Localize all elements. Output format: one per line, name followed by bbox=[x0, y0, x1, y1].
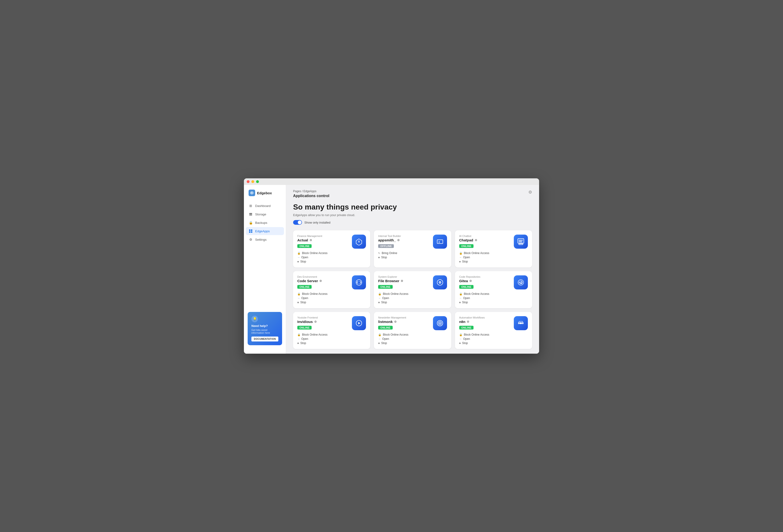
action-label: Block Online Access bbox=[302, 292, 327, 295]
gear-icon[interactable]: ⚙ bbox=[319, 279, 322, 283]
app-action-stop[interactable]: ■ Stop bbox=[378, 301, 447, 304]
gear-icon[interactable]: ⚙ bbox=[475, 239, 477, 242]
sidebar-item-backups[interactable]: 🔒 Backups bbox=[246, 219, 284, 227]
main-window: Edgebox ⊞ Dashboard Storage 🔒 Backups bbox=[244, 178, 539, 354]
page-settings-icon[interactable]: ⚙ bbox=[528, 190, 532, 195]
gear-icon[interactable]: ⚙ bbox=[397, 239, 400, 242]
app-card-info: Automation Workflows n8n ⚙ ONLINE bbox=[459, 316, 511, 330]
action-icon: 🔒 bbox=[297, 333, 301, 336]
action-label: Block Online Access bbox=[302, 333, 327, 336]
gear-icon[interactable]: ⚙ bbox=[394, 320, 397, 323]
app-action-block-online-access[interactable]: 🔒 Block Online Access bbox=[378, 333, 447, 336]
app-action-block-online-access[interactable]: 🔒 Block Online Access bbox=[297, 292, 366, 295]
sidebar-item-edgeapps[interactable]: EdgeApps bbox=[246, 227, 284, 235]
app-card-n8n: Automation Workflows n8n ⚙ ONLINE 🔒 Bloc… bbox=[455, 312, 532, 349]
app-card-header: AI Chatbot Chatpad ⚙ ONLINE bbox=[459, 234, 528, 249]
app-name: listmonk ⚙ bbox=[378, 320, 430, 324]
help-icon: 💡 bbox=[251, 316, 258, 322]
app-action-stop[interactable]: ■ Stop bbox=[459, 301, 528, 304]
app-card-code-server: Dev Environment Code Server ⚙ ONLINE 🔒 B… bbox=[293, 271, 370, 308]
app-action-stop[interactable]: ■ Stop bbox=[297, 301, 366, 304]
app-action-stop[interactable]: ■ Stop bbox=[378, 341, 447, 345]
app-action-stop[interactable]: ■ Stop bbox=[459, 341, 528, 345]
app-action-stop[interactable]: ■ Stop bbox=[378, 256, 447, 259]
svg-rect-14 bbox=[519, 240, 523, 241]
sidebar-item-dashboard[interactable]: ⊞ Dashboard bbox=[246, 202, 284, 210]
app-actions: 🔒 Block Online Access → Open ■ Stop bbox=[459, 292, 528, 304]
app-card-file-browser: System Explorer File Browser ⚙ ONLINE 🔒 … bbox=[374, 271, 451, 308]
app-action-stop[interactable]: ■ Stop bbox=[297, 341, 366, 345]
app-action-open[interactable]: → Open bbox=[459, 296, 528, 300]
maximize-button[interactable] bbox=[256, 180, 259, 183]
app-action-open[interactable]: → Open bbox=[378, 296, 447, 300]
action-icon: 🔒 bbox=[297, 252, 301, 255]
app-action-open[interactable]: → Open bbox=[297, 337, 366, 341]
close-button[interactable] bbox=[247, 180, 250, 183]
app-action-stop[interactable]: ■ Stop bbox=[459, 260, 528, 263]
app-layout: Edgebox ⊞ Dashboard Storage 🔒 Backups bbox=[244, 185, 539, 354]
action-label: Stop bbox=[381, 341, 387, 345]
app-action-stop[interactable]: ■ Stop bbox=[297, 260, 366, 263]
app-action-block-online-access[interactable]: 🔒 Block Online Access bbox=[297, 333, 366, 336]
sidebar-item-label: Settings bbox=[255, 238, 267, 241]
app-action-block-online-access[interactable]: 🔒 Block Online Access bbox=[459, 251, 528, 255]
status-badge: ONLINE bbox=[459, 326, 473, 330]
action-label: Stop bbox=[300, 301, 306, 304]
app-action-open[interactable]: → Open bbox=[459, 256, 528, 259]
action-icon: ■ bbox=[297, 342, 299, 345]
action-icon: → bbox=[297, 338, 300, 340]
minimize-button[interactable] bbox=[251, 180, 254, 183]
gear-icon[interactable]: ⚙ bbox=[401, 279, 403, 283]
app-icon bbox=[514, 234, 528, 249]
app-card-listmonk: Newsletter Management listmonk ⚙ ONLINE … bbox=[374, 312, 451, 349]
action-label: Stop bbox=[300, 260, 306, 263]
documentation-button[interactable]: DOCUMENTATION bbox=[251, 337, 278, 341]
svg-point-27 bbox=[522, 322, 524, 324]
app-card-info: Finance Management Actual ⚙ ONLINE bbox=[297, 234, 349, 248]
app-action-block-online-access[interactable]: 🔒 Block Online Access bbox=[297, 251, 366, 255]
dashboard-icon: ⊞ bbox=[249, 204, 253, 208]
app-action-open[interactable]: → Open bbox=[378, 337, 447, 341]
action-label: Block Online Access bbox=[464, 333, 490, 336]
app-action-open[interactable]: → Open bbox=[297, 296, 366, 300]
action-icon: ■ bbox=[297, 301, 299, 304]
sidebar-nav: ⊞ Dashboard Storage 🔒 Backups bbox=[244, 202, 286, 244]
action-label: Stop bbox=[462, 260, 468, 263]
gear-icon[interactable]: ⚙ bbox=[314, 320, 317, 323]
action-icon: 🔒 bbox=[378, 292, 381, 295]
action-label: Stop bbox=[381, 301, 387, 304]
sidebar-item-settings[interactable]: ⚙ Settings bbox=[246, 236, 284, 244]
status-badge: OFFLINE bbox=[378, 244, 394, 248]
gear-icon[interactable]: ⚙ bbox=[310, 239, 312, 242]
app-action-block-online-access[interactable]: 🔒 Block Online Access bbox=[459, 292, 528, 295]
app-name: File Browser ⚙ bbox=[378, 279, 430, 283]
sidebar-item-label: Backups bbox=[255, 221, 267, 224]
app-action-block-online-access[interactable]: 🔒 Block Online Access bbox=[378, 292, 447, 295]
app-action-open[interactable]: → Open bbox=[297, 256, 366, 259]
apps-grid: Finance Management Actual ⚙ ONLINE A 🔒 B… bbox=[293, 230, 532, 349]
app-action-open[interactable]: → Open bbox=[459, 337, 528, 341]
action-label: Open bbox=[301, 337, 308, 341]
app-action-block-online-access[interactable]: 🔒 Block Online Access bbox=[459, 333, 528, 336]
app-actions: 🔒 Block Online Access → Open ■ Stop bbox=[459, 333, 528, 345]
show-installed-toggle[interactable] bbox=[293, 220, 302, 225]
app-actions: 🔒 Block Online Access → Open ■ Stop bbox=[378, 292, 447, 304]
status-badge: ONLINE bbox=[378, 326, 393, 330]
svg-rect-6 bbox=[249, 231, 250, 233]
sidebar-item-storage[interactable]: Storage bbox=[246, 210, 284, 218]
gear-icon[interactable]: ⚙ bbox=[469, 279, 472, 283]
svg-point-20 bbox=[440, 282, 440, 283]
app-icon bbox=[352, 275, 366, 289]
app-action-bring-online[interactable]: ↻ Bring Online bbox=[378, 251, 447, 255]
app-category: Finance Management bbox=[297, 234, 349, 238]
gear-icon[interactable]: ⚙ bbox=[467, 320, 469, 323]
status-badge: ONLINE bbox=[459, 244, 473, 248]
app-actions: 🔒 Block Online Access → Open ■ Stop bbox=[459, 251, 528, 263]
action-label: Open bbox=[301, 256, 308, 259]
svg-point-26 bbox=[518, 322, 520, 324]
action-icon: ■ bbox=[378, 256, 380, 259]
svg-rect-4 bbox=[249, 229, 250, 231]
app-category: Youtube Frontend bbox=[297, 316, 349, 319]
action-icon: → bbox=[378, 297, 381, 300]
app-actions: 🔒 Block Online Access → Open ■ Stop bbox=[297, 333, 366, 345]
